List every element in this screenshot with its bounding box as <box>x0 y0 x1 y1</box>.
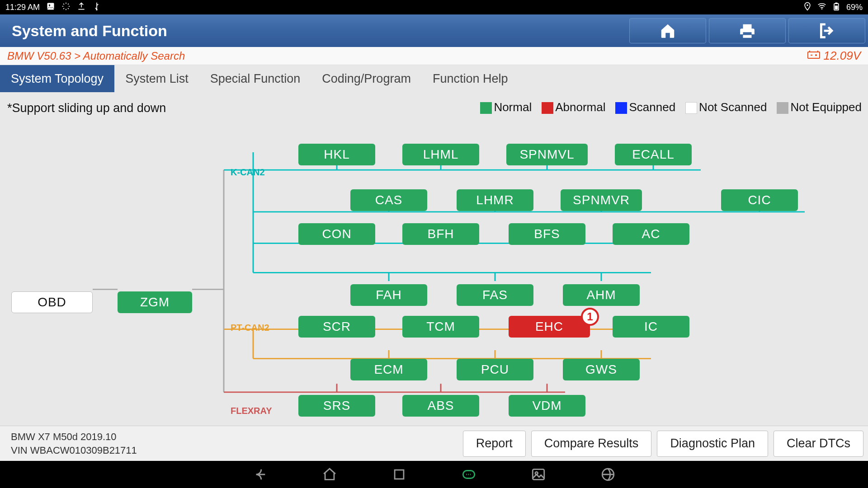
app-header: System and Function <box>0 14 868 47</box>
gear-icon <box>61 2 71 13</box>
node-scr[interactable]: SCR <box>298 316 375 338</box>
android-status-bar: 11:29 AM 69% <box>0 0 868 14</box>
exit-button[interactable] <box>788 18 865 43</box>
nav-recent-icon[interactable] <box>392 467 407 482</box>
usb-icon <box>92 2 101 13</box>
legend-scanned: Scanned <box>629 100 675 114</box>
nav-home-icon[interactable] <box>322 467 337 482</box>
svg-point-3 <box>96 9 97 10</box>
node-ehc[interactable]: EHC <box>509 316 590 338</box>
svg-point-5 <box>821 8 823 9</box>
node-fah[interactable]: FAH <box>350 284 427 306</box>
svg-rect-7 <box>835 2 837 4</box>
bus-label-kcan2: K-CAN2 <box>231 167 265 178</box>
location-icon <box>803 2 812 13</box>
node-ecall[interactable]: ECALL <box>615 144 692 165</box>
node-cic[interactable]: CIC <box>721 189 798 211</box>
image-icon <box>46 2 55 13</box>
page-title: System and Function <box>12 22 167 40</box>
upload-icon <box>77 2 86 13</box>
voltage-value: 12.09V <box>824 49 861 63</box>
bottom-bar: BMW X7 M50d 2019.10 VIN WBACW010309B2171… <box>0 426 868 461</box>
bus-label-flexray: FLEXRAY <box>231 406 272 416</box>
vehicle-model: BMW X7 M50d 2019.10 <box>11 430 137 444</box>
tab-coding-program[interactable]: Coding/Program <box>311 65 422 92</box>
tab-special-function[interactable]: Special Function <box>199 65 311 92</box>
node-obd[interactable]: OBD <box>11 291 93 313</box>
legend-normal: Normal <box>494 100 532 114</box>
svg-point-4 <box>807 4 808 5</box>
node-ehc-badge: 1 <box>581 308 599 326</box>
node-srs[interactable]: SRS <box>298 395 375 417</box>
legend-notequip: Not Equipped <box>790 100 862 114</box>
nav-browser-icon[interactable] <box>600 467 616 482</box>
node-con[interactable]: CON <box>298 223 375 245</box>
node-ic[interactable]: IC <box>613 316 689 338</box>
svg-point-2 <box>65 5 67 7</box>
tab-system-list[interactable]: System List <box>114 65 199 92</box>
compare-results-button[interactable]: Compare Results <box>531 431 652 457</box>
node-vdm[interactable]: VDM <box>509 395 585 417</box>
svg-rect-0 <box>47 3 54 9</box>
node-lhmr[interactable]: LHMR <box>457 189 533 211</box>
topology-canvas: K-CAN2 PT-CAN2 FLEXRAY OBD ZGM HKL LHML … <box>0 124 868 426</box>
print-button[interactable] <box>709 18 786 43</box>
node-spnmvr[interactable]: SPNMVR <box>561 189 642 211</box>
node-ac[interactable]: AC <box>613 223 689 245</box>
legend-abnormal: Abnormal <box>555 100 605 114</box>
svg-rect-10 <box>395 470 404 479</box>
wifi-icon <box>817 2 826 13</box>
legend: Normal Abnormal Scanned Not Scanned Not … <box>480 100 862 114</box>
node-cas[interactable]: CAS <box>350 189 427 211</box>
nav-vci-icon[interactable] <box>461 467 476 482</box>
slide-hint: *Support sliding up and down <box>7 101 166 115</box>
node-tcm[interactable]: TCM <box>402 316 479 338</box>
node-lhml[interactable]: LHML <box>402 144 479 165</box>
node-gws[interactable]: GWS <box>563 359 640 380</box>
node-fas[interactable]: FAS <box>457 284 533 306</box>
node-zgm[interactable]: ZGM <box>118 291 192 313</box>
node-spnmvl[interactable]: SPNMVL <box>506 144 588 165</box>
battery-icon <box>832 2 841 13</box>
vehicle-vin: VIN WBACW010309B21711 <box>11 444 137 457</box>
svg-point-1 <box>49 4 50 5</box>
status-battery: 69% <box>846 3 863 12</box>
breadcrumb-bar: BMW V50.63 > Automatically Search 12.09V <box>0 47 868 65</box>
android-nav-bar <box>0 461 868 488</box>
node-bfh[interactable]: BFH <box>402 223 479 245</box>
home-button[interactable] <box>629 18 706 43</box>
tab-system-topology[interactable]: System Topology <box>0 65 114 92</box>
node-abs[interactable]: ABS <box>402 395 479 417</box>
status-time: 11:29 AM <box>5 3 40 12</box>
node-ecm[interactable]: ECM <box>350 359 427 380</box>
svg-rect-12 <box>533 469 544 480</box>
battery-car-icon <box>807 49 820 63</box>
legend-notscanned: Not Scanned <box>699 100 767 114</box>
bus-label-ptcan2: PT-CAN2 <box>231 323 269 333</box>
node-pcu[interactable]: PCU <box>457 359 533 380</box>
svg-rect-8 <box>835 5 838 9</box>
tabs-row: System Topology System List Special Func… <box>0 65 868 92</box>
diagnostic-plan-button[interactable]: Diagnostic Plan <box>657 431 768 457</box>
nav-gallery-icon[interactable] <box>531 467 546 482</box>
report-button[interactable]: Report <box>463 431 526 457</box>
nav-back-icon[interactable] <box>252 467 268 482</box>
node-bfs[interactable]: BFS <box>509 223 585 245</box>
node-ahm[interactable]: AHM <box>563 284 640 306</box>
tab-function-help[interactable]: Function Help <box>422 65 519 92</box>
clear-dtcs-button[interactable]: Clear DTCs <box>774 431 863 457</box>
breadcrumb: BMW V50.63 > Automatically Search <box>7 50 185 62</box>
node-hkl[interactable]: HKL <box>298 144 375 165</box>
topology-content[interactable]: *Support sliding up and down Normal Abno… <box>0 92 868 426</box>
svg-rect-9 <box>808 52 820 58</box>
